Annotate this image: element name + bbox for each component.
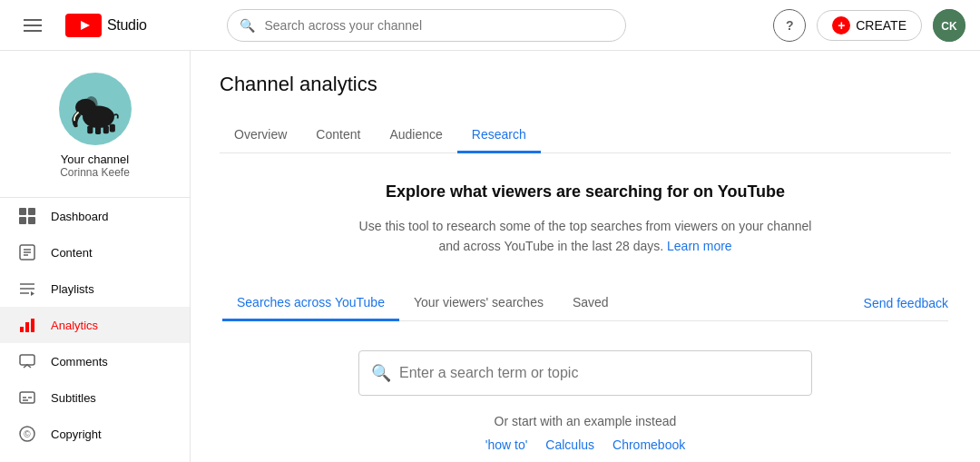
- hamburger-icon: [24, 19, 42, 32]
- example-link-chromebook[interactable]: Chromebook: [612, 437, 685, 452]
- sidebar-item-comments[interactable]: Comments: [0, 343, 190, 379]
- explore-desc: Use this tool to research some of the to…: [358, 216, 812, 257]
- create-button[interactable]: + CREATE: [817, 10, 922, 41]
- svg-rect-8: [87, 125, 93, 133]
- avatar[interactable]: CK: [933, 9, 965, 42]
- analytics-tabs: Overview Content Audience Research: [220, 118, 951, 153]
- content-label: Content: [51, 246, 93, 260]
- comments-icon: [18, 352, 36, 370]
- copyright-icon: ©: [18, 425, 36, 443]
- logo[interactable]: Studio: [65, 14, 147, 37]
- playlists-icon: [18, 280, 36, 298]
- copyright-label: Copyright: [51, 428, 102, 441]
- top-bar: Studio 🔍 ? + CREATE CK: [0, 0, 980, 51]
- sidebar-item-playlists[interactable]: Playlists: [0, 270, 190, 307]
- sidebar: Your channel Corinna Keefe Dashboard: [0, 51, 191, 462]
- svg-rect-24: [20, 327, 24, 332]
- svg-rect-13: [28, 208, 35, 215]
- sidebar-item-copyright[interactable]: © Copyright: [0, 416, 190, 452]
- svg-rect-26: [31, 319, 34, 332]
- main-area: Your channel Corinna Keefe Dashboard: [0, 51, 980, 462]
- svg-rect-27: [20, 355, 34, 365]
- sidebar-item-content[interactable]: Content: [0, 234, 190, 270]
- example-link-howto[interactable]: 'how to': [485, 437, 528, 452]
- subtitles-icon: [18, 388, 36, 407]
- sidebar-item-dashboard[interactable]: Dashboard: [0, 198, 190, 234]
- channel-profile: Your channel Corinna Keefe: [0, 58, 190, 198]
- sub-tab-viewers-searches[interactable]: Your viewers' searches: [399, 286, 558, 321]
- sidebar-item-subtitles[interactable]: Subtitles: [0, 379, 190, 416]
- studio-label: Studio: [107, 17, 147, 34]
- send-feedback-button[interactable]: Send feedback: [864, 287, 948, 319]
- tab-content[interactable]: Content: [301, 118, 375, 153]
- svg-rect-15: [28, 217, 35, 224]
- sub-tab-saved[interactable]: Saved: [558, 286, 623, 321]
- svg-rect-9: [95, 126, 101, 134]
- research-content: Explore what viewers are searching for o…: [220, 153, 951, 462]
- example-link-calculus[interactable]: Calculus: [545, 437, 594, 452]
- subtitles-label: Subtitles: [51, 391, 96, 405]
- tab-audience[interactable]: Audience: [375, 118, 456, 153]
- tab-research[interactable]: Research: [457, 118, 541, 153]
- hamburger-button[interactable]: [15, 7, 51, 44]
- channel-sub-name: Corinna Keefe: [60, 166, 130, 179]
- sub-tab-searches-across-youtube[interactable]: Searches across YouTube: [222, 286, 399, 321]
- research-sub-tabs: Searches across YouTube Your viewers' se…: [222, 286, 948, 321]
- dashboard-label: Dashboard: [51, 210, 109, 223]
- explore-desc-text: Use this tool to research some of the to…: [359, 219, 812, 253]
- svg-marker-23: [31, 291, 34, 296]
- svg-point-7: [84, 96, 97, 113]
- analytics-label: Analytics: [51, 319, 98, 332]
- playlists-label: Playlists: [51, 282, 94, 296]
- svg-rect-25: [25, 322, 29, 332]
- analytics-page: Channel analytics Overview Content Audie…: [191, 51, 980, 462]
- explore-title: Explore what viewers are searching for o…: [386, 182, 785, 202]
- youtube-logo: [65, 14, 102, 37]
- svg-rect-14: [19, 217, 26, 224]
- svg-rect-11: [109, 124, 114, 133]
- top-right-actions: ? + CREATE CK: [773, 9, 965, 42]
- create-plus-icon: +: [832, 16, 850, 34]
- research-search-icon: 🔍: [371, 363, 391, 383]
- top-search-bar: 🔍: [227, 9, 626, 42]
- dashboard-icon: [18, 207, 36, 225]
- page-title: Channel analytics: [220, 73, 951, 96]
- channel-avatar[interactable]: [59, 73, 132, 145]
- create-label: CREATE: [856, 18, 906, 33]
- content-icon: [18, 243, 36, 261]
- search-icon: 🔍: [240, 18, 255, 33]
- svg-rect-10: [103, 125, 108, 133]
- channel-name: Your channel: [61, 152, 129, 166]
- research-search-wrap: 🔍: [358, 350, 812, 396]
- learn-more-link[interactable]: Learn more: [667, 239, 732, 253]
- tab-overview[interactable]: Overview: [220, 118, 301, 153]
- top-search-input[interactable]: [227, 9, 626, 42]
- main-content: Channel analytics Overview Content Audie…: [191, 51, 980, 462]
- research-search-input[interactable]: [358, 350, 812, 396]
- svg-rect-12: [19, 208, 26, 215]
- example-links: 'how to' Calculus Chromebook: [485, 437, 685, 452]
- example-text: Or start with an example instead: [495, 414, 677, 428]
- sidebar-item-analytics[interactable]: Analytics: [0, 307, 190, 343]
- svg-text:CK: CK: [941, 20, 957, 33]
- comments-label: Comments: [51, 355, 108, 369]
- svg-rect-28: [20, 392, 34, 403]
- svg-text:©: ©: [24, 429, 31, 439]
- analytics-icon: [18, 316, 36, 334]
- help-button[interactable]: ?: [773, 9, 806, 42]
